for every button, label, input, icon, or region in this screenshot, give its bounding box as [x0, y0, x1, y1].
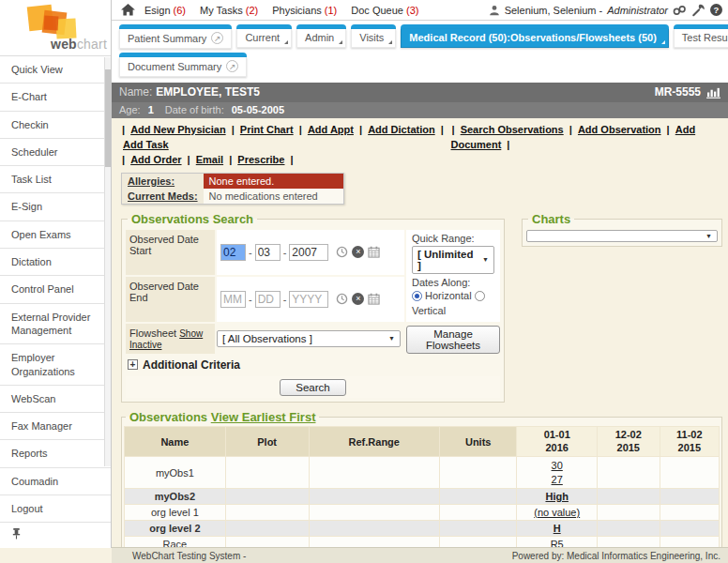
- webchart-logo[interactable]: webchart: [0, 0, 111, 56]
- dates-along-vertical-radio[interactable]: [475, 291, 485, 301]
- obs-value-link[interactable]: R5: [551, 539, 564, 547]
- sidebar-scrollbar-thumb[interactable]: [105, 69, 111, 167]
- popup-window-icon[interactable]: [211, 32, 223, 44]
- tab-patient-summary[interactable]: Patient Summary: [119, 24, 232, 49]
- view-earliest-first-link[interactable]: View Earliest First: [211, 410, 316, 424]
- end-year-input[interactable]: [289, 291, 328, 308]
- sidebar-item-e-sign[interactable]: E-Sign: [0, 193, 111, 221]
- obs-value-link[interactable]: 30: [519, 459, 595, 472]
- end-month-input[interactable]: [220, 291, 246, 308]
- sidebar-item-control-panel[interactable]: Control Panel: [0, 276, 111, 303]
- obs-value-link[interactable]: High: [545, 491, 568, 502]
- table-row: myObs2 High: [125, 488, 720, 504]
- link-add-task[interactable]: Add Task: [123, 139, 169, 150]
- link-add-appt[interactable]: Add Appt: [308, 124, 354, 135]
- separator: -: [249, 247, 252, 258]
- sidebar-item-scheduler[interactable]: Scheduler: [0, 139, 111, 166]
- expand-plus-icon[interactable]: [128, 359, 138, 370]
- sidebar-item-webscan[interactable]: WebScan: [0, 386, 111, 413]
- clear-date-icon[interactable]: [352, 246, 364, 258]
- patient-dob-label: Date of birth:: [165, 104, 224, 115]
- footer-left-text: WebChart Testing System -: [132, 551, 246, 561]
- link-add-new-physician[interactable]: Add New Physician: [130, 124, 225, 135]
- allergies-link[interactable]: Allergies:: [128, 175, 174, 187]
- logo-square: [44, 16, 59, 31]
- nav-item-doc-queue[interactable]: Doc Queue (3): [351, 5, 418, 16]
- obs-name: org level 2: [125, 520, 226, 536]
- date-bottom: 2015: [662, 442, 717, 455]
- sidebar-item-logout[interactable]: Logout: [0, 495, 111, 523]
- start-day-input[interactable]: [255, 244, 281, 261]
- start-month-input[interactable]: [220, 244, 246, 261]
- link-prescribe[interactable]: Prescribe: [237, 154, 284, 165]
- calendar-icon[interactable]: [368, 293, 380, 305]
- calendar-icon[interactable]: [368, 246, 380, 258]
- separator: |: [122, 124, 125, 135]
- manage-flowsheets-button[interactable]: Manage Flowsheets: [406, 326, 500, 354]
- tab-medical-record-observations[interactable]: Medical Record (50):Observations/Flowshe…: [401, 24, 668, 48]
- tab-document-summary[interactable]: Document Summary: [119, 53, 247, 77]
- charts-select[interactable]: [526, 230, 718, 242]
- sidebar-item-external-provider-management[interactable]: External Provider Management: [0, 304, 111, 345]
- sidebar-scrollbar[interactable]: [104, 57, 111, 466]
- dates-along-horizontal-radio[interactable]: [412, 291, 422, 301]
- sidebar-item-coumadin[interactable]: Coumadin: [0, 468, 111, 495]
- tab-visits[interactable]: Visits: [351, 24, 396, 48]
- sidebar-item-task-list[interactable]: Task List: [0, 166, 111, 193]
- link-add-dictation[interactable]: Add Dictation: [368, 124, 435, 135]
- tab-current[interactable]: Current: [236, 24, 292, 48]
- end-day-input[interactable]: [255, 291, 281, 308]
- tab-test-results[interactable]: Test Results: [674, 24, 728, 48]
- chevron-down-icon: [381, 335, 395, 342]
- sidebar-item-open-exams[interactable]: Open Exams: [0, 221, 111, 249]
- help-icon[interactable]: [710, 4, 722, 16]
- sidebar-item-quick-view[interactable]: Quick View: [0, 56, 111, 84]
- sidebar-item-reports[interactable]: Reports: [0, 440, 111, 467]
- clear-date-icon[interactable]: [352, 293, 364, 305]
- link-print-chart[interactable]: Print Chart: [240, 124, 294, 135]
- link-add-observation[interactable]: Add Observation: [578, 124, 661, 135]
- footer-right-text: Powered by: Medical Informatics Engineer…: [512, 551, 720, 561]
- separator: |: [441, 124, 444, 135]
- nav-label: Doc Queue: [351, 5, 403, 16]
- quick-range-select[interactable]: [ Unlimited ]: [412, 246, 494, 274]
- start-year-input[interactable]: [289, 244, 328, 261]
- search-button[interactable]: Search: [280, 379, 345, 396]
- obs-value-link[interactable]: H: [554, 523, 561, 534]
- user-name[interactable]: Selenium, Selenium -: [505, 5, 603, 16]
- home-icon[interactable]: [121, 4, 135, 16]
- separator: |: [359, 124, 362, 135]
- popup-window-icon[interactable]: [226, 60, 238, 72]
- sidebar: webchart Quick View E-Chart Checkin Sche…: [0, 0, 112, 563]
- sidebar-pin-button[interactable]: [0, 523, 111, 548]
- sidebar-item-employer-organizations[interactable]: Employer Organizations: [0, 344, 111, 386]
- flowsheet-select-cell: [ All Observations ]: [217, 324, 404, 354]
- obs-value-link[interactable]: 27: [519, 473, 595, 486]
- clock-icon[interactable]: [336, 246, 348, 258]
- chevron-down-icon: [698, 233, 712, 239]
- additional-criteria-toggle[interactable]: Additional Criteria: [126, 356, 500, 374]
- sidebar-item-e-chart[interactable]: E-Chart: [0, 84, 111, 111]
- wrench-icon[interactable]: [691, 4, 705, 17]
- date-top: 12-02: [599, 429, 658, 442]
- sidebar-item-dictation[interactable]: Dictation: [0, 249, 111, 276]
- link-search-observations[interactable]: Search Observations: [461, 124, 564, 135]
- link-chain-icon[interactable]: [673, 4, 687, 17]
- link-email[interactable]: Email: [196, 154, 223, 165]
- tab-label: Admin: [305, 32, 334, 43]
- current-meds-link[interactable]: Current Meds:: [128, 190, 198, 202]
- chart-graph-icon[interactable]: [706, 86, 720, 99]
- obs-value-link[interactable]: (no value): [534, 507, 580, 518]
- separator: |: [232, 124, 235, 135]
- link-add-order[interactable]: Add Order: [130, 154, 181, 165]
- sidebar-item-fax-manager[interactable]: Fax Manager: [0, 413, 111, 440]
- nav-item-esign[interactable]: Esign (6): [144, 5, 186, 16]
- tab-admin[interactable]: Admin: [296, 24, 346, 48]
- nav-item-my-tasks[interactable]: My Tasks (2): [200, 5, 258, 16]
- observations-table: Name Plot Ref.Range Units 01-012016 12-0…: [124, 426, 720, 547]
- sidebar-item-checkin[interactable]: Checkin: [0, 112, 111, 139]
- nav-item-physicians[interactable]: Physicians (1): [272, 5, 337, 16]
- flowsheet-select[interactable]: [ All Observations ]: [217, 330, 401, 347]
- clock-icon[interactable]: [336, 293, 348, 305]
- observations-search-panel: Observations Search Observed Date Start …: [121, 212, 505, 403]
